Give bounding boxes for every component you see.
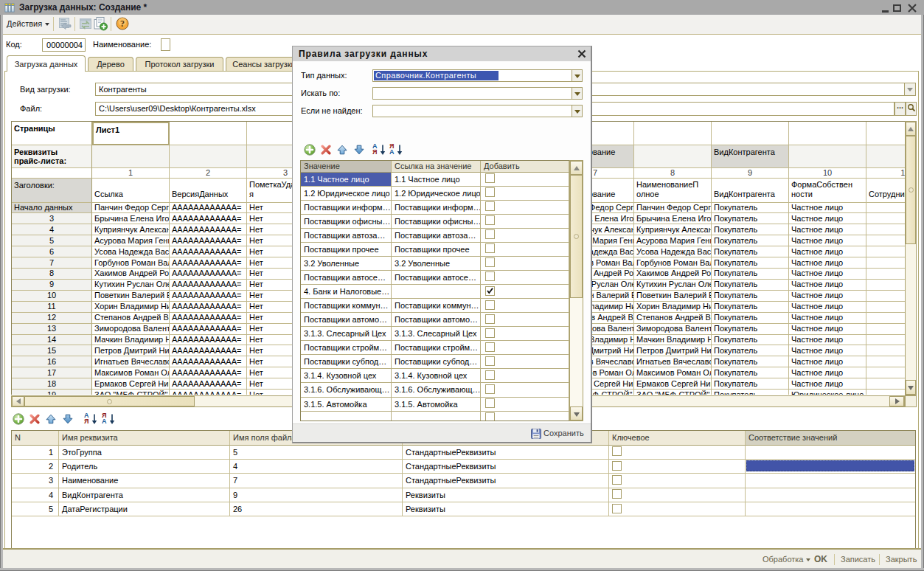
svg-text:?: ? [120,18,125,29]
